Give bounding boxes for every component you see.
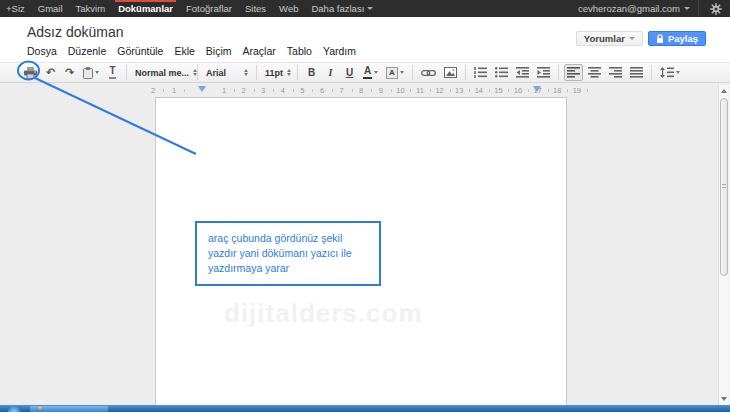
google-bar: +Siz Gmail Takvim Dokümanlar Fotoğraflar…: [0, 0, 730, 17]
document-header: Adsız doküman Dosya Düzenle Görüntüle Ek…: [0, 17, 730, 62]
menu-format[interactable]: Biçim: [206, 45, 232, 57]
ruler-tick: [273, 89, 274, 92]
align-left-button[interactable]: [564, 64, 583, 81]
ruler[interactable]: 2112345678910111213141516171819: [143, 85, 588, 96]
chevron-down-icon: [684, 7, 690, 10]
topbar-link-more[interactable]: Daha fazlası: [311, 0, 372, 17]
chevron-down-icon: [400, 71, 404, 74]
ruler-number: 19: [573, 86, 581, 95]
outdent-button[interactable]: [513, 64, 532, 81]
ruler-number: 7: [340, 86, 344, 95]
paint-format-button[interactable]: T: [104, 64, 121, 81]
styles-dropdown-value: Normal me...: [135, 68, 189, 78]
font-dropdown[interactable]: Arial: [202, 64, 252, 81]
menu-insert[interactable]: Ekle: [174, 45, 194, 57]
menu-help[interactable]: Yardım: [323, 45, 356, 57]
scrollbar-thumb[interactable]: [720, 98, 728, 276]
bullet-list-button[interactable]: [492, 64, 511, 81]
justify-button[interactable]: [627, 64, 646, 81]
italic-button[interactable]: I: [322, 64, 339, 81]
indent-button[interactable]: [534, 64, 553, 81]
lock-icon: [656, 34, 664, 44]
menu-table[interactable]: Tablo: [287, 45, 312, 57]
ruler-number: 11: [416, 86, 424, 95]
topbar-link-photos[interactable]: Fotoğraflar: [186, 0, 232, 17]
ruler-tick: [312, 89, 313, 92]
menu-tools[interactable]: Araçlar: [243, 45, 276, 57]
watermark-text: dijitalders.com: [224, 298, 504, 329]
account-email: cevherozan@gmail.com: [578, 3, 680, 14]
redo-icon: ↷: [65, 67, 74, 78]
toolbar-separator: [297, 65, 298, 80]
align-left-icon: [567, 67, 580, 78]
line-spacing-icon: [660, 67, 674, 78]
chevron-down-icon: [374, 71, 378, 74]
font-size-dropdown[interactable]: 11pt: [261, 64, 293, 81]
ruler-tick: [469, 89, 470, 92]
topbar-divider: [698, 0, 699, 17]
account-menu[interactable]: cevherozan@gmail.com: [578, 3, 690, 14]
bold-button[interactable]: B: [303, 64, 320, 81]
ruler-tick: [430, 89, 431, 92]
topbar-link-plus-you[interactable]: +Siz: [6, 0, 25, 17]
insert-link-icon: [421, 69, 436, 77]
paint-format-icon: T: [109, 66, 115, 79]
undo-button[interactable]: ↶: [42, 64, 59, 81]
ruler-tick: [391, 89, 392, 92]
menu-view[interactable]: Görüntüle: [117, 45, 163, 57]
ruler-left-indent-marker[interactable]: [198, 86, 206, 92]
align-right-button[interactable]: [606, 64, 625, 81]
toolbar: ↶ ↷ T Normal me... Arial 11pt B I U: [0, 62, 730, 83]
topbar-link-calendar[interactable]: Takvim: [76, 0, 106, 17]
ruler-right-indent-marker[interactable]: [533, 86, 541, 92]
ruler-number: 5: [300, 86, 304, 95]
redo-button[interactable]: ↷: [61, 64, 78, 81]
highlight-color-button[interactable]: A: [383, 64, 407, 81]
print-button[interactable]: [21, 64, 40, 81]
share-button[interactable]: Paylaş: [648, 31, 706, 46]
insert-link-button[interactable]: [418, 64, 439, 81]
menu-file[interactable]: Dosya: [27, 45, 57, 57]
vertical-scrollbar[interactable]: [718, 85, 729, 405]
windows-taskbar[interactable]: [0, 405, 730, 412]
start-button-icon[interactable]: [8, 406, 20, 412]
topbar-link-sites[interactable]: Sites: [245, 0, 266, 17]
underline-button[interactable]: U: [341, 64, 358, 81]
web-clipboard-button[interactable]: [80, 64, 102, 81]
numbered-list-button[interactable]: [471, 64, 490, 81]
scroll-down-arrow[interactable]: [721, 397, 727, 401]
line-spacing-button[interactable]: [657, 64, 683, 81]
ruler-number: 1: [172, 86, 176, 95]
ruler-tick: [450, 89, 451, 92]
font-dropdown-value: Arial: [206, 68, 226, 78]
text-color-button[interactable]: A: [360, 64, 381, 81]
ruler-tick: [508, 89, 509, 92]
comments-button[interactable]: Yorumlar: [576, 31, 643, 46]
undo-icon: ↶: [46, 67, 55, 78]
text-color-icon: A: [363, 66, 372, 79]
settings-button[interactable]: [707, 0, 725, 17]
align-center-button[interactable]: [585, 64, 604, 81]
google-docs-window: +Siz Gmail Takvim Dokümanlar Fotoğraflar…: [0, 0, 730, 412]
ruler-number: 3: [261, 86, 265, 95]
styles-dropdown[interactable]: Normal me...: [131, 64, 193, 81]
ruler-tick: [163, 89, 164, 92]
ruler-number: 16: [514, 86, 522, 95]
toolbar-separator: [651, 65, 652, 80]
scroll-up-arrow[interactable]: [721, 89, 727, 93]
topbar-link-gmail[interactable]: Gmail: [38, 0, 63, 17]
toolbar-separator: [558, 65, 559, 80]
ruler-number: 4: [281, 86, 285, 95]
ruler-tick: [371, 89, 372, 92]
topbar-link-documents[interactable]: Dokümanlar: [118, 0, 173, 17]
ruler-number: 2: [151, 86, 155, 95]
insert-image-button[interactable]: [441, 64, 460, 81]
toolbar-separator: [256, 65, 257, 80]
topbar-link-web[interactable]: Web: [279, 0, 298, 17]
menu-edit[interactable]: Düzenle: [68, 45, 107, 57]
toolbar-separator: [126, 65, 127, 80]
ruler-number: 18: [553, 86, 561, 95]
document-title[interactable]: Adsız doküman: [27, 24, 124, 40]
menubar: Dosya Düzenle Görüntüle Ekle Biçim Araçl…: [27, 45, 356, 57]
bold-icon: B: [308, 68, 315, 78]
